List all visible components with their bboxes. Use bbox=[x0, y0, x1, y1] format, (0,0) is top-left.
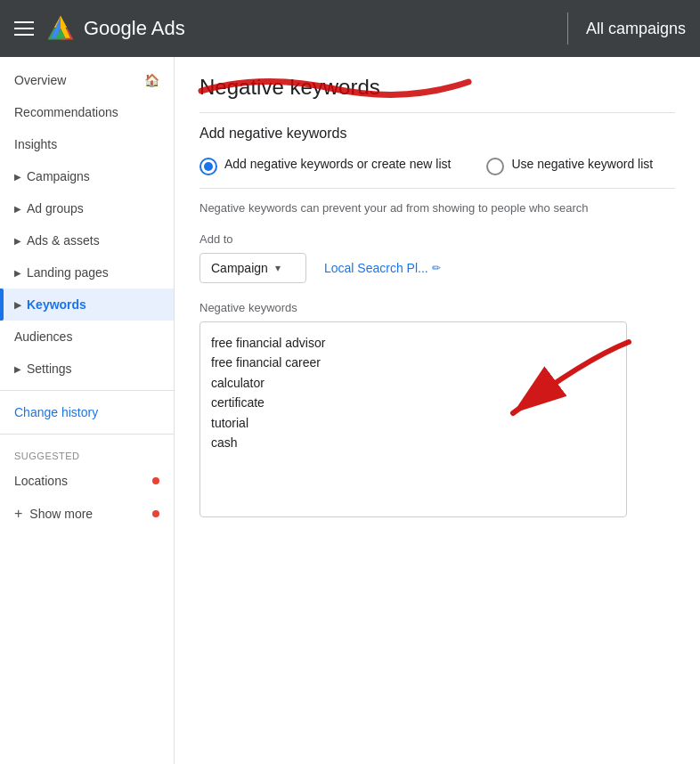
negative-keywords-textarea[interactable] bbox=[199, 321, 627, 517]
expand-arrow-icon: ▶ bbox=[14, 204, 21, 214]
app-title: Google Ads bbox=[84, 17, 185, 40]
sidebar-item-settings[interactable]: ▶ Settings bbox=[0, 353, 174, 385]
sidebar-item-keywords[interactable]: ▶ Keywords bbox=[0, 289, 174, 321]
expand-arrow-icon: ▶ bbox=[14, 236, 21, 246]
sidebar-divider-2 bbox=[0, 434, 174, 435]
description-text: Negative keywords can prevent your ad fr… bbox=[199, 201, 675, 215]
sidebar-item-label: Recommendations bbox=[14, 105, 118, 119]
logo: Google Ads bbox=[45, 12, 185, 45]
home-icon: 🏠 bbox=[144, 73, 159, 87]
radio-option-create-list[interactable]: Add negative keywords or create new list bbox=[199, 156, 451, 175]
campaign-link[interactable]: Local Seacrch Pl... ✏ bbox=[324, 261, 441, 275]
radio-divider bbox=[199, 188, 675, 189]
hamburger-button[interactable] bbox=[14, 21, 34, 36]
header-divider bbox=[567, 12, 568, 45]
section-divider bbox=[199, 112, 675, 113]
sidebar-item-label: Locations bbox=[14, 474, 68, 488]
sidebar-item-label: Settings bbox=[27, 362, 72, 376]
dropdown-selected-value: Campaign bbox=[211, 261, 268, 275]
sidebar-item-label: Keywords bbox=[27, 297, 86, 312]
sidebar-item-campaigns[interactable]: ▶ Campaigns bbox=[0, 160, 174, 192]
radio-button-use-list[interactable] bbox=[486, 158, 504, 175]
radio-label-use-list: Use negative keyword list bbox=[511, 156, 653, 174]
notification-dot bbox=[152, 477, 159, 484]
main-content: Negative keywords Add negative keywords … bbox=[175, 57, 700, 764]
sidebar-item-label: Ads & assets bbox=[27, 233, 100, 248]
sidebar-item-recommendations[interactable]: Recommendations bbox=[0, 96, 174, 128]
radio-option-use-list[interactable]: Use negative keyword list bbox=[486, 156, 653, 175]
sidebar-item-adgroups[interactable]: ▶ Ad groups bbox=[0, 192, 174, 224]
radio-button-create-list[interactable] bbox=[199, 158, 217, 175]
negative-keywords-label: Negative keywords bbox=[199, 301, 675, 314]
sidebar-item-insights[interactable]: Insights bbox=[0, 128, 174, 160]
sidebar-item-audiences[interactable]: Audiences bbox=[0, 321, 174, 353]
page-title: Negative keywords bbox=[199, 75, 675, 100]
sidebar-item-label: Change history bbox=[14, 405, 98, 419]
sidebar-item-landing-pages[interactable]: ▶ Landing pages bbox=[0, 256, 174, 289]
plus-icon: + bbox=[14, 506, 22, 522]
add-to-row: Campaign ▾ Local Seacrch Pl... ✏ bbox=[199, 253, 675, 283]
sidebar-item-label: Insights bbox=[14, 137, 57, 151]
suggested-section-label: Suggested bbox=[0, 440, 174, 465]
main-layout: Overview 🏠 Recommendations Insights ▶ Ca… bbox=[0, 57, 700, 764]
sidebar-item-show-more[interactable]: + Show more bbox=[0, 497, 174, 531]
sidebar-item-ads-assets[interactable]: ▶ Ads & assets bbox=[0, 224, 174, 256]
chevron-down-icon: ▾ bbox=[275, 262, 281, 274]
sidebar-item-label: Audiences bbox=[14, 329, 72, 344]
expand-arrow-icon: ▶ bbox=[14, 172, 21, 182]
expand-arrow-icon: ▶ bbox=[14, 364, 21, 374]
expand-arrow-icon: ▶ bbox=[14, 268, 21, 278]
section-title: Add negative keywords bbox=[199, 126, 675, 142]
sidebar: Overview 🏠 Recommendations Insights ▶ Ca… bbox=[0, 57, 175, 764]
sidebar-item-label: Campaigns bbox=[27, 169, 90, 183]
radio-label-create-list: Add negative keywords or create new list bbox=[224, 156, 451, 174]
campaign-dropdown[interactable]: Campaign ▾ bbox=[199, 253, 306, 283]
sidebar-item-overview[interactable]: Overview 🏠 bbox=[0, 64, 174, 96]
expand-arrow-icon: ▶ bbox=[14, 300, 21, 310]
top-header: Google Ads All campaigns bbox=[0, 0, 700, 57]
sidebar-item-label: Overview bbox=[14, 73, 66, 87]
google-ads-logo-icon bbox=[45, 12, 77, 45]
sidebar-item-label: Ad groups bbox=[27, 201, 84, 215]
sidebar-item-label: Landing pages bbox=[27, 265, 109, 280]
add-to-label: Add to bbox=[199, 232, 675, 246]
notification-dot-2 bbox=[152, 510, 159, 517]
campaigns-label: All campaigns bbox=[586, 20, 686, 38]
sidebar-item-locations[interactable]: Locations bbox=[0, 465, 174, 497]
sidebar-divider bbox=[0, 390, 174, 391]
campaign-link-label: Local Seacrch Pl... bbox=[324, 261, 428, 275]
sidebar-item-change-history[interactable]: Change history bbox=[0, 396, 174, 428]
radio-group: Add negative keywords or create new list… bbox=[199, 156, 675, 175]
edit-icon: ✏ bbox=[432, 262, 441, 274]
show-more-label: Show more bbox=[29, 507, 93, 521]
